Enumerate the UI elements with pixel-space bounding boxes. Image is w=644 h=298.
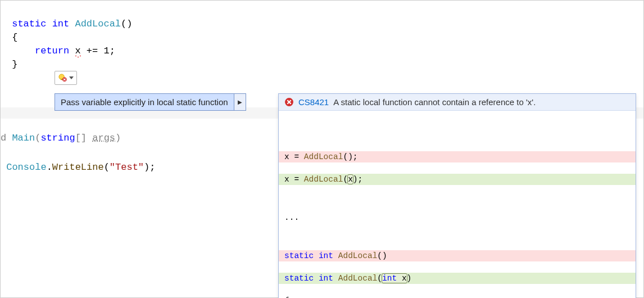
preview-diff: x = AddLocal(); x = AddLocal(x); ... sta… <box>279 111 636 298</box>
keyword-int: int <box>52 19 70 29</box>
diff-added-line: static int AddLocal(int x) <box>279 273 636 284</box>
keyword-static: static <box>12 19 46 29</box>
error-icon <box>284 97 294 107</box>
code-fix-preview-panel: CS8421 A static local function cannot co… <box>278 93 636 298</box>
diff-removed-line: x = AddLocal(); <box>279 151 636 162</box>
error-identifier-x[interactable]: x <box>75 46 80 56</box>
svg-rect-1 <box>61 79 62 80</box>
keyword-return: return <box>35 46 69 56</box>
code-editor[interactable]: static int AddLocal() { return x += 1; }… <box>0 0 644 298</box>
error-message: A static local function cannot contain a… <box>333 97 536 107</box>
diff-added-line: x = AddLocal(x); <box>279 174 636 185</box>
error-code-link[interactable]: CS8421 <box>298 97 329 107</box>
diff-removed-line: static int AddLocal() <box>279 250 636 261</box>
code-fix-item[interactable]: Pass variable explicitly in local static… <box>55 97 234 107</box>
code-fix-menu: Pass variable explicitly in local static… <box>55 93 246 111</box>
method-name: AddLocal <box>75 19 121 29</box>
submenu-arrow-icon[interactable]: ▶ <box>234 94 246 110</box>
lightbulb-error-icon <box>58 74 67 82</box>
diff-ellipsis: ... <box>279 212 636 223</box>
quick-actions-button[interactable] <box>55 71 77 85</box>
code-block-top[interactable]: static int AddLocal() { return x += 1; } <box>1 1 643 85</box>
preview-header: CS8421 A static local function cannot co… <box>279 94 636 111</box>
chevron-down-icon <box>69 76 74 79</box>
